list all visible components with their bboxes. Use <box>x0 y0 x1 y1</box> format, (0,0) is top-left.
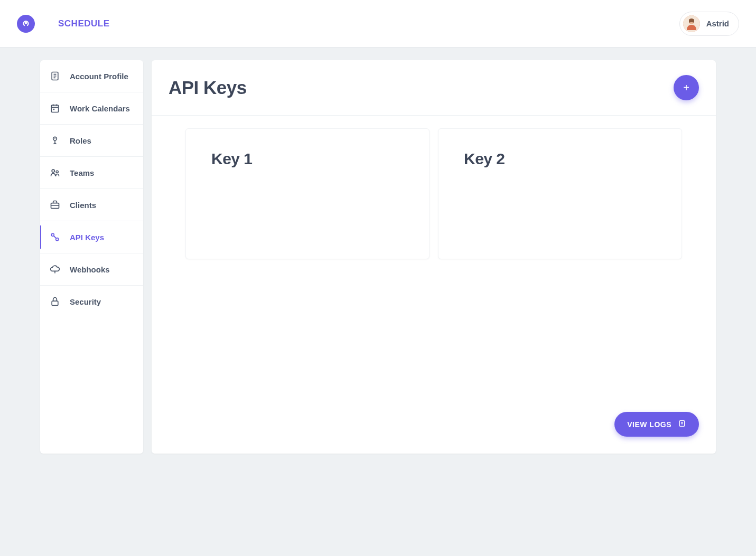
sidebar-item-label: Security <box>70 297 101 306</box>
briefcase-icon <box>50 200 60 210</box>
app-name[interactable]: SCHEDULE <box>58 18 110 29</box>
api-key-card-title: Key 1 <box>211 150 404 168</box>
lock-icon <box>50 296 60 307</box>
sidebar-item-api-keys[interactable]: API Keys <box>40 221 143 253</box>
main-panel: API Keys + Key 1 Key 2 VIEW LOGS <box>152 60 716 454</box>
sidebar-item-label: Work Calendars <box>70 104 130 113</box>
main-header: API Keys + <box>152 60 716 116</box>
logs-icon <box>678 419 686 429</box>
header: SCHEDULE Astrid <box>0 0 756 48</box>
sidebar: Account Profile Work Calendars Roles Tea… <box>40 60 143 454</box>
avatar <box>683 15 700 32</box>
document-icon <box>50 71 60 81</box>
view-logs-label: VIEW LOGS <box>627 420 671 429</box>
svg-point-14 <box>52 169 54 172</box>
svg-point-15 <box>56 171 58 173</box>
header-left: SCHEDULE <box>17 15 110 33</box>
svg-point-13 <box>54 138 55 139</box>
sidebar-item-webhooks[interactable]: Webhooks <box>40 253 143 286</box>
sidebar-item-account-profile[interactable]: Account Profile <box>40 60 143 92</box>
svg-point-0 <box>25 22 27 24</box>
add-api-key-button[interactable]: + <box>674 75 699 100</box>
sidebar-item-label: API Keys <box>70 233 104 242</box>
svg-rect-7 <box>51 105 58 112</box>
content: Account Profile Work Calendars Roles Tea… <box>0 48 756 466</box>
sidebar-item-label: Webhooks <box>70 265 110 274</box>
api-key-card-title: Key 2 <box>464 150 656 168</box>
page-title: API Keys <box>169 77 247 98</box>
app-logo[interactable] <box>17 15 35 33</box>
sidebar-item-work-calendars[interactable]: Work Calendars <box>40 92 143 125</box>
api-key-cards: Key 1 Key 2 <box>152 116 716 272</box>
user-menu[interactable]: Astrid <box>679 12 739 36</box>
sidebar-item-teams[interactable]: Teams <box>40 157 143 189</box>
sidebar-item-roles[interactable]: Roles <box>40 125 143 157</box>
api-key-card[interactable]: Key 2 <box>438 128 682 259</box>
svg-rect-11 <box>53 109 55 110</box>
cloud-icon <box>50 264 60 275</box>
keys-icon <box>50 232 60 242</box>
sidebar-item-security[interactable]: Security <box>40 286 143 317</box>
sidebar-item-label: Roles <box>70 136 91 145</box>
teams-icon <box>50 167 60 178</box>
api-key-card[interactable]: Key 1 <box>185 128 430 259</box>
user-name: Astrid <box>706 19 729 28</box>
sidebar-item-label: Teams <box>70 168 94 177</box>
sidebar-item-clients[interactable]: Clients <box>40 189 143 221</box>
view-logs-button[interactable]: VIEW LOGS <box>614 412 699 437</box>
svg-rect-21 <box>52 301 58 305</box>
calendar-icon <box>50 103 60 114</box>
sidebar-item-label: Account Profile <box>70 72 128 81</box>
sidebar-item-label: Clients <box>70 201 96 210</box>
roles-icon <box>50 135 60 146</box>
